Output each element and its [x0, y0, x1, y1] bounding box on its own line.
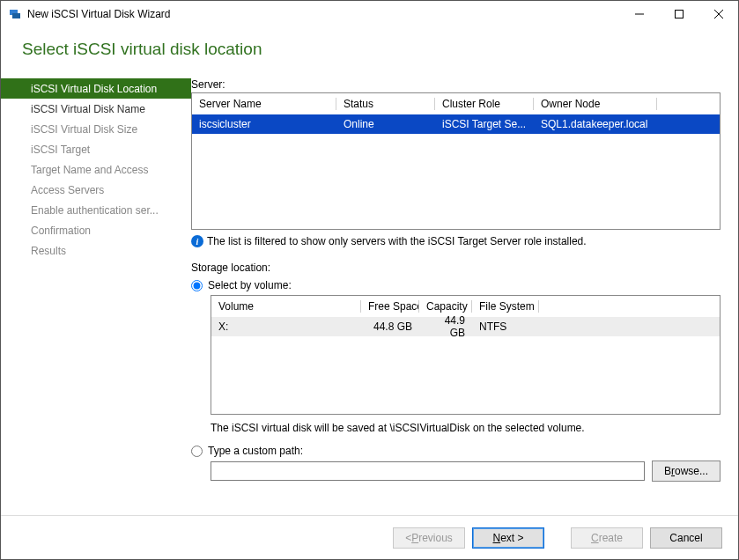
- cell-server-name: iscsicluster: [192, 118, 336, 130]
- nav-step-name[interactable]: iSCSI Virtual Disk Name: [1, 99, 191, 119]
- cell-capacity: 44.9 GB: [419, 314, 472, 339]
- server-label: Server:: [191, 78, 721, 91]
- col-status[interactable]: Status: [336, 98, 435, 110]
- cell-fs: NTFS: [472, 321, 539, 333]
- col-cluster-role[interactable]: Cluster Role: [435, 98, 534, 110]
- title-bar: New iSCSI Virtual Disk Wizard: [1, 1, 738, 27]
- wizard-footer: < Previous Next > Create Cancel: [1, 515, 738, 559]
- server-grid-header: Server Name Status Cluster Role Owner No…: [192, 93, 720, 114]
- server-filter-info-text: The list is filtered to show only server…: [207, 235, 587, 247]
- content-area: Server: Server Name Status Cluster Role …: [191, 78, 721, 482]
- col-free-space[interactable]: Free Space: [361, 300, 419, 313]
- minimize-button[interactable]: [619, 1, 659, 27]
- col-volume[interactable]: Volume: [211, 300, 361, 313]
- nav-step-target: iSCSI Target: [1, 139, 191, 159]
- radio-custom-path-label: Type a custom path:: [208, 445, 303, 457]
- radio-custom-path-input[interactable]: [191, 446, 203, 457]
- storage-location-label: Storage location:: [191, 262, 721, 274]
- page-title: Select iSCSI virtual disk location: [1, 27, 738, 78]
- cell-role: iSCSI Target Se...: [435, 118, 534, 130]
- nav-step-target-name: Target Name and Access: [1, 159, 191, 180]
- cell-owner: SQL1.datakeeper.local: [534, 118, 720, 130]
- col-owner-node[interactable]: Owner Node: [534, 98, 657, 110]
- nav-step-auth: Enable authentication ser...: [1, 200, 191, 220]
- nav-step-results: Results: [1, 240, 191, 261]
- cell-free: 44.8 GB: [361, 321, 419, 333]
- volume-row[interactable]: X: 44.8 GB 44.9 GB NTFS: [211, 317, 720, 336]
- save-path-note: The iSCSI virtual disk will be saved at …: [211, 422, 721, 434]
- volume-grid[interactable]: Volume Free Space Capacity File System X…: [211, 295, 721, 415]
- close-button[interactable]: [698, 1, 738, 27]
- col-file-system[interactable]: File System: [472, 300, 539, 313]
- maximize-button[interactable]: [659, 1, 698, 27]
- nav-step-confirmation: Confirmation: [1, 220, 191, 240]
- radio-select-by-volume-label: Select by volume:: [208, 279, 292, 291]
- col-capacity[interactable]: Capacity: [419, 300, 472, 313]
- cell-volume: X:: [211, 321, 361, 333]
- server-row[interactable]: iscsicluster Online iSCSI Target Se... S…: [192, 114, 720, 134]
- nav-step-access-servers: Access Servers: [1, 180, 191, 200]
- window-title: New iSCSI Virtual Disk Wizard: [27, 8, 170, 20]
- svg-rect-3: [675, 11, 683, 18]
- browse-button[interactable]: Browse...: [652, 461, 721, 482]
- radio-custom-path[interactable]: Type a custom path:: [191, 445, 721, 457]
- radio-select-by-volume-input[interactable]: [191, 280, 203, 291]
- custom-path-input[interactable]: [211, 461, 645, 481]
- wizard-nav: iSCSI Virtual Disk Location iSCSI Virtua…: [1, 78, 191, 482]
- info-icon: i: [191, 235, 203, 247]
- previous-button: < Previous: [393, 527, 465, 549]
- cancel-button[interactable]: Cancel: [650, 527, 722, 549]
- col-server-name[interactable]: Server Name: [192, 98, 336, 110]
- server-grid[interactable]: Server Name Status Cluster Role Owner No…: [191, 92, 721, 230]
- create-button: Create: [571, 527, 643, 549]
- server-filter-info: i The list is filtered to show only serv…: [191, 235, 721, 247]
- svg-rect-1: [12, 13, 20, 18]
- next-button[interactable]: Next >: [472, 527, 544, 549]
- nav-step-location[interactable]: iSCSI Virtual Disk Location: [1, 78, 191, 99]
- app-icon: [8, 7, 22, 21]
- cell-status: Online: [336, 118, 435, 130]
- nav-step-size: iSCSI Virtual Disk Size: [1, 119, 191, 139]
- radio-select-by-volume[interactable]: Select by volume:: [191, 279, 721, 291]
